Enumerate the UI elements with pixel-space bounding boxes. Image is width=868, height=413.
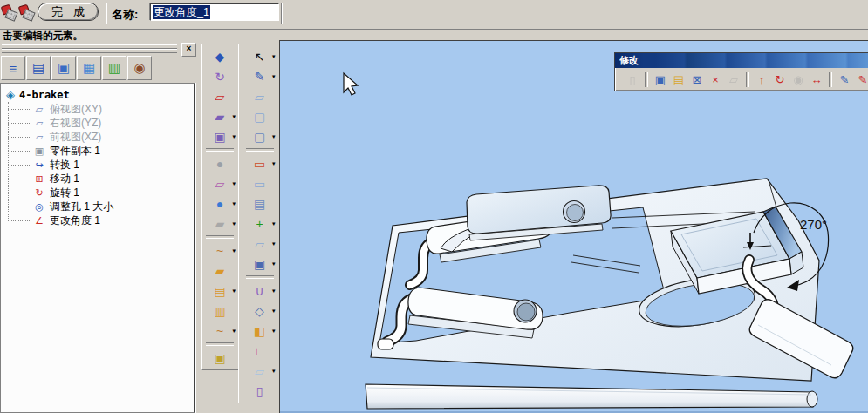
chevron-down-icon[interactable]: ▾ [232, 288, 236, 295]
edit-sketch-icon[interactable]: ▤ [670, 71, 687, 88]
camera-part-icon: ▣ [214, 352, 225, 364]
close-icon[interactable]: × [181, 43, 196, 57]
tree-item[interactable]: ∠更改角度 1 [1, 213, 194, 227]
select-cursor-icon[interactable]: ↖▾ [244, 46, 276, 66]
fold-surface-icon[interactable]: ▤▾ [204, 281, 236, 301]
tree-item[interactable]: ↪转换 1 [1, 158, 194, 172]
chevron-down-icon[interactable]: ▾ [272, 53, 276, 60]
edit-intellishape-icon[interactable]: ▣ [652, 71, 669, 88]
3d-viewport[interactable]: 270° 修改 ▯▣▤⊠×▱↑↻◉↔✎✎ [279, 40, 868, 413]
suppress-feature-icon[interactable]: ▱ [725, 71, 742, 88]
profile-sketch-icon[interactable]: ▭▾ [244, 153, 276, 173]
chevron-down-icon[interactable]: ▾ [232, 220, 236, 227]
surface-tool-icon[interactable]: ▰▾ [204, 106, 236, 126]
edit-sketch-icon[interactable]: ✎▾ [244, 66, 276, 86]
surface-copy-icon[interactable]: ▣▾ [204, 126, 236, 146]
bracket-model[interactable] [366, 179, 853, 409]
red-plane-icon[interactable]: ▱ [204, 86, 236, 106]
edit-surface-red-icon[interactable]: ✎ [854, 71, 868, 88]
tree-item[interactable]: ⊞移动 1 [1, 172, 194, 186]
chevron-down-icon[interactable]: ▾ [272, 133, 276, 140]
layers-icon: ▦ [83, 60, 95, 76]
stretch-feature-icon[interactable]: ↔ [808, 71, 825, 88]
tree-item[interactable]: ▱俯视图(XY) [1, 102, 194, 116]
chevron-down-icon[interactable]: ▾ [232, 113, 236, 120]
blank-plane-icon[interactable]: ▭ [244, 173, 276, 193]
chevron-down-icon[interactable]: ▾ [272, 308, 276, 315]
sphere-tool-icon[interactable]: ● [204, 153, 236, 173]
camera-view-icon[interactable]: ◉ [127, 56, 152, 80]
add-material-icon: + [256, 218, 263, 230]
hammer-tool-icon[interactable] [1, 4, 17, 22]
chevron-down-icon[interactable]: ▾ [272, 73, 276, 80]
move-feature-icon[interactable]: ↑ [753, 71, 770, 88]
sheet-plane-icon: ▱ [255, 238, 264, 250]
curve-point-icon[interactable]: ~▾ [204, 321, 236, 341]
tree-item[interactable]: ▱前视图(XZ) [1, 130, 194, 144]
tree-item[interactable]: ▣零件副本 1 [1, 144, 194, 158]
toolbar-column-surfaces: ◆↻▱▰▾▣▾●▱▾●▾▰▾~▾▰▤▾▥~▾▣ [201, 44, 239, 370]
modify-toolbar-titlebar[interactable]: 修改 [615, 53, 868, 68]
camera-part-icon[interactable]: ▣ [204, 348, 236, 368]
bend-shape-alt-icon[interactable]: ▢▾ [244, 126, 276, 146]
edit-surface-red-icon: ✎ [858, 73, 868, 86]
chevron-down-icon[interactable]: ▾ [232, 180, 236, 187]
smart-render-icon[interactable]: ◆ [204, 46, 236, 66]
move-points-icon[interactable]: ◇▾ [244, 301, 276, 321]
panel-grip[interactable] [2, 49, 177, 53]
extrude-feature-icon[interactable]: ▯ [624, 71, 641, 88]
chevron-down-icon[interactable]: ▾ [272, 160, 276, 167]
chevron-down-icon[interactable]: ▾ [232, 247, 236, 254]
bend-surface-icon[interactable]: ▥ [204, 301, 236, 321]
chevron-down-icon[interactable]: ▾ [272, 220, 276, 227]
spiral-tool-icon[interactable]: ↻ [204, 66, 236, 86]
tree-item[interactable]: ▱右视图(YZ) [1, 116, 194, 130]
gold-surface-icon[interactable]: ▰ [204, 261, 236, 281]
tree-item[interactable]: ◈4-braket [1, 88, 194, 102]
chevron-down-icon[interactable]: ▾ [232, 133, 236, 140]
chevron-down-icon[interactable]: ▾ [272, 288, 276, 295]
axes-icon[interactable]: ∟ [244, 341, 276, 361]
chevron-down-icon[interactable]: ▾ [272, 261, 276, 267]
mirror-tool-icon[interactable]: ◧▾ [244, 321, 276, 341]
chevron-down-icon[interactable]: ▾ [272, 328, 276, 335]
plane-icon[interactable]: ▱ [244, 86, 276, 106]
clamp-tool-icon[interactable]: ∪▾ [244, 281, 276, 301]
chevron-down-icon[interactable]: ▾ [232, 328, 236, 335]
framed-plane-icon[interactable]: ▣▾ [244, 254, 276, 274]
render-settings-icon[interactable]: ▥ [102, 56, 126, 80]
rotate-icon: ↻ [32, 186, 46, 200]
sheet-plane-icon[interactable]: ▱▾ [244, 234, 276, 254]
tree-connector [8, 165, 30, 166]
chevron-down-icon[interactable]: ▾ [272, 368, 276, 375]
catalog-books-icon[interactable]: ▤ [26, 56, 51, 80]
chevron-down-icon[interactable]: ▾ [232, 200, 236, 207]
suppress-feature-icon: ▱ [729, 73, 738, 86]
curve-tool-icon[interactable]: ~▾ [204, 240, 236, 261]
bend-shape-icon[interactable]: ▢ [244, 106, 276, 126]
layers-icon[interactable]: ▦ [77, 56, 101, 80]
move-icon: ⊞ [32, 172, 46, 186]
hammer-tool-alt-icon[interactable] [18, 4, 35, 22]
delete-feature-icon[interactable]: ⊠ [688, 71, 706, 88]
white-plane-icon[interactable]: ▱▾ [244, 361, 276, 381]
edit-surface-icon[interactable]: ✎ [836, 71, 853, 88]
tree-item[interactable]: ↻旋转 1 [1, 186, 194, 200]
chevron-down-icon[interactable]: ▾ [272, 240, 276, 247]
extrude-shape-icon[interactable]: ▤ [244, 193, 276, 213]
design-tree-icon[interactable]: ≡ [1, 56, 25, 80]
gray-surface-icon[interactable]: ▰▾ [204, 213, 236, 234]
add-material-icon[interactable]: +▾ [244, 213, 276, 234]
extrude-solid-icon[interactable]: ▯ [244, 381, 276, 401]
rotate-feature-icon[interactable]: ↻ [771, 71, 789, 88]
assembly-parts-icon[interactable]: ▣ [51, 56, 76, 80]
scale-feature-icon[interactable]: ◉ [789, 71, 807, 88]
extrude-feature-icon: ▯ [629, 73, 635, 86]
spiral-tool-icon: ↻ [215, 71, 225, 83]
tree-item[interactable]: ◎调整孔 1 大小 [1, 200, 194, 213]
finish-button[interactable]: 完成 [38, 3, 99, 21]
section-plane-icon[interactable]: ▱▾ [204, 173, 236, 193]
blue-sphere-icon[interactable]: ●▾ [204, 193, 236, 213]
name-input[interactable]: 更改角度_1 [150, 3, 279, 21]
delete-shape-icon[interactable]: × [707, 71, 724, 88]
